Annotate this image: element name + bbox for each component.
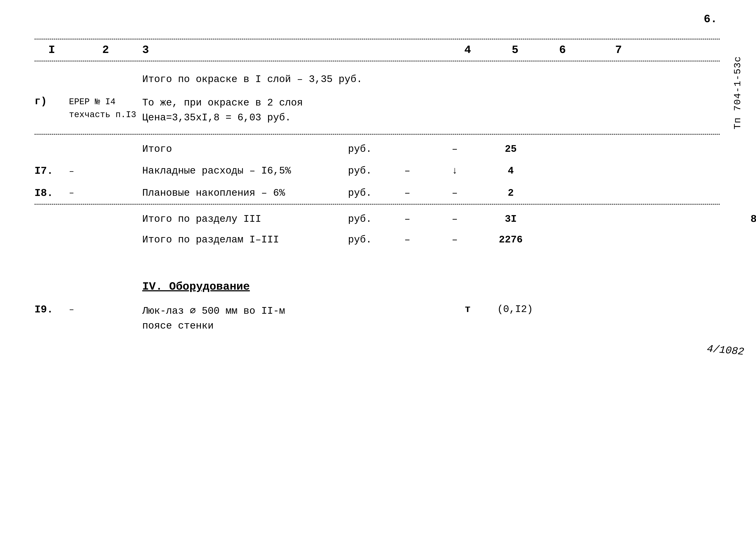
price-section3: –: [431, 214, 478, 225]
ref-18: –: [69, 187, 142, 199]
unit-19: т: [444, 304, 491, 315]
margin-note-88-top: 88: [750, 214, 756, 225]
section-iv-title: IV. Оборудование: [142, 280, 720, 293]
unit-all: руб.: [336, 234, 384, 245]
side-label-bottom: 4/1082: [706, 343, 744, 358]
row-17: I7. – Накладные расходы – I6,5% руб. – ↓…: [35, 160, 720, 182]
total-17: 4: [478, 165, 543, 177]
qty-all: –: [384, 234, 431, 245]
page-number: 6.: [704, 13, 717, 26]
desc-18: Плановые накопления – 6%: [142, 188, 336, 199]
label-g: г): [35, 96, 69, 107]
page: 6. Тп 704-1-53с 4/1082 I 2 3 4 5 6 7 Ито…: [0, 0, 756, 534]
ref-g: ЕРЕР № I4 техчасть п.I3: [69, 96, 142, 121]
desc-g: То же, при окраске в 2 слоя Цена=3,35хI,…: [142, 96, 444, 125]
qty-19: (0,I2): [491, 304, 539, 315]
table-container: I 2 3 4 5 6 7 Итого по окраске в I слой …: [35, 39, 720, 336]
price-17: ↓: [431, 165, 478, 177]
header-col3: 3: [142, 44, 444, 56]
row-paint-summary: Итого по окраске в I слой – 3,35 руб.: [35, 70, 720, 89]
unit-17: руб.: [336, 165, 384, 177]
price-18: –: [431, 188, 478, 199]
side-label-top: Тп 704-1-53с: [732, 56, 743, 129]
total-section3: 3I: [478, 214, 543, 225]
header-col2: 2: [69, 44, 142, 56]
total-all: 2276: [478, 234, 543, 245]
row-section3-total: Итого по разделу III руб. – – 3I 88: [35, 209, 720, 230]
desc-paint-summary: Итого по окраске в I слой – 3,35 руб.: [142, 72, 444, 87]
qty-17: –: [384, 165, 431, 177]
label-18: I8.: [35, 187, 69, 199]
desc-all: Итого по разделам I–III: [142, 234, 336, 245]
header-col5: 5: [491, 44, 539, 56]
header-col4: 4: [444, 44, 491, 56]
header-col1: I: [35, 44, 69, 56]
price-all: –: [431, 234, 478, 245]
table-header: I 2 3 4 5 6 7: [35, 39, 720, 61]
desc-19: Люк-лаз ∅ 500 мм во II-м поясе стенки: [142, 304, 444, 334]
desc-17: Накладные расходы – I6,5%: [142, 165, 336, 177]
header-col7: 7: [586, 44, 651, 56]
row-18: I8. – Плановые накопления – 6% руб. – – …: [35, 182, 720, 204]
ref-19: –: [69, 304, 142, 316]
label-19: I9.: [35, 304, 69, 316]
total-18: 2: [478, 188, 543, 199]
desc-section3: Итого по разделу III: [142, 214, 336, 225]
row-all-total: Итого по разделам I–III руб. – – 2276: [35, 230, 720, 250]
ref-17: –: [69, 164, 142, 178]
unit-18: руб.: [336, 188, 384, 199]
row-g: г) ЕРЕР № I4 техчасть п.I3 То же, при ок…: [35, 93, 720, 127]
row-itogo1: Итого руб. – 25: [35, 139, 720, 160]
qty-18: –: [384, 188, 431, 199]
desc-itogo1: Итого: [142, 144, 336, 155]
header-col6: 6: [539, 44, 586, 56]
unit-itogo1: руб.: [336, 144, 384, 155]
qty-section3: –: [384, 214, 431, 225]
row-19: I9. – Люк-лаз ∅ 500 мм во II-м поясе сте…: [35, 302, 720, 336]
total-itogo1: 25: [478, 144, 543, 155]
label-17: I7.: [35, 165, 69, 177]
unit-section3: руб.: [336, 214, 384, 225]
price-itogo1: –: [431, 144, 478, 155]
